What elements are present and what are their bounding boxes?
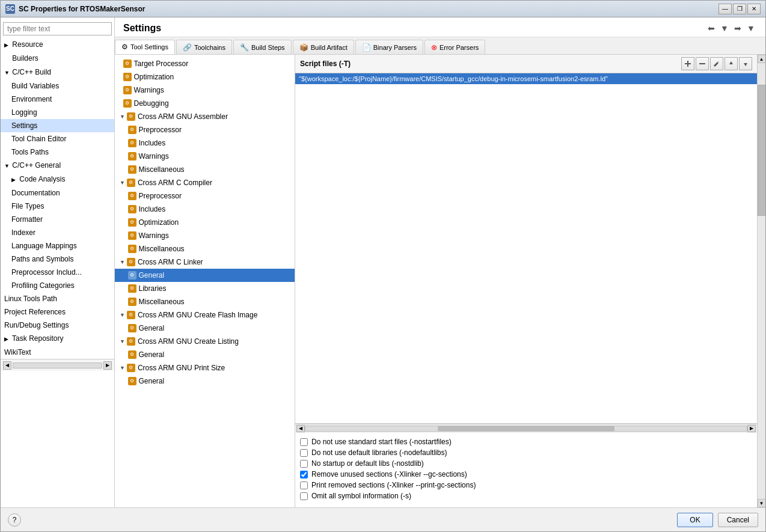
sidebar-item-build-variables[interactable]: Build Variables	[1, 79, 114, 93]
sidebar-item-task-repository[interactable]: ▶ Task Repository	[1, 332, 114, 346]
arrow-icon: ▼	[120, 336, 125, 347]
move-up-button[interactable]	[725, 57, 738, 70]
scroll-left-btn[interactable]: ◀	[3, 361, 11, 370]
sidebar-item-run-debug[interactable]: Run/Debug Settings	[1, 319, 114, 332]
sidebar-item-ccpp-general[interactable]: ▼ C/C++ General	[1, 159, 114, 173]
nav-forward-button[interactable]: ➡	[732, 22, 744, 34]
arrow-icon: ▼	[120, 310, 125, 320]
minimize-button[interactable]: —	[719, 4, 732, 14]
sidebar-item-settings[interactable]: Settings	[1, 119, 114, 132]
tree-compiler-preprocessor[interactable]: ⚙ Preprocessor	[115, 189, 295, 203]
nav-back-dropdown[interactable]: ▼	[719, 22, 731, 34]
tree-listing-general[interactable]: ⚙ General	[115, 348, 295, 361]
close-button[interactable]: ✕	[747, 4, 761, 14]
tree-assembler-preprocessor[interactable]: ⚙ Preprocessor	[115, 123, 295, 136]
tree-assembler-warnings[interactable]: ⚙ Warnings	[115, 150, 295, 163]
hscroll-right-btn[interactable]: ▶	[747, 425, 756, 432]
tree-compiler-optimization[interactable]: ⚙ Optimization	[115, 216, 295, 229]
horizontal-scrollbar[interactable]: ◀ ▶	[295, 424, 757, 432]
tree-compiler-warnings[interactable]: ⚙ Warnings	[115, 229, 295, 242]
vscroll-up-btn[interactable]: ▲	[758, 55, 766, 63]
vscroll-track[interactable]	[758, 63, 766, 499]
tree-gnu-assembler[interactable]: ▼ ⚙ Cross ARM GNU Assembler	[115, 110, 295, 123]
sidebar-item-builders[interactable]: Builders	[1, 52, 114, 66]
tree-linker-misc[interactable]: ⚙ Miscellaneous	[115, 295, 295, 308]
tree-flash-image[interactable]: ▼ ⚙ Cross ARM GNU Create Flash Image	[115, 308, 295, 322]
tab-tool-settings[interactable]: ⚙ Tool Settings	[115, 40, 175, 54]
tree-assembler-includes[interactable]: ⚙ Includes	[115, 136, 295, 150]
arrow-icon	[124, 270, 126, 281]
filter-input[interactable]	[3, 22, 112, 35]
hscroll-thumb[interactable]	[438, 426, 614, 431]
restore-button[interactable]: ❐	[733, 4, 746, 14]
move-down-button[interactable]	[739, 57, 752, 70]
tree-compiler-includes[interactable]: ⚙ Includes	[115, 203, 295, 216]
vscroll-down-btn[interactable]: ▼	[758, 499, 766, 507]
sidebar-item-language-mappings[interactable]: Language Mappings	[1, 239, 114, 252]
tree-size-general[interactable]: ⚙ General	[115, 375, 295, 388]
tab-binary-parsers[interactable]: 📄 Binary Parsers	[355, 40, 423, 54]
tool-icon: ⚙	[128, 139, 136, 147]
tree-linker-libraries[interactable]: ⚙ Libraries	[115, 282, 295, 295]
sidebar-item-logging[interactable]: Logging	[1, 106, 114, 119]
nostdlib-checkbox[interactable]	[300, 460, 308, 468]
tree-debugging[interactable]: ⚙ Debugging	[115, 97, 295, 110]
nav-back-button[interactable]: ⬅	[705, 22, 717, 34]
sidebar-item-tool-chain-editor[interactable]: Tool Chain Editor	[1, 132, 114, 145]
sidebar-item-formatter[interactable]: Formatter	[1, 213, 114, 226]
tab-error-parsers-label: Error Parsers	[440, 44, 479, 51]
tree-compiler-misc[interactable]: ⚙ Miscellaneous	[115, 242, 295, 255]
checkbox-nodefaultlibs: Do not use default libraries (-nodefault…	[300, 448, 752, 457]
tab-build-artifact[interactable]: 📦 Build Artifact	[293, 40, 354, 54]
tree-listing[interactable]: ▼ ⚙ Cross ARM GNU Create Listing	[115, 335, 295, 348]
sidebar-item-ccpp-build[interactable]: ▼ C/C++ Build	[1, 66, 114, 79]
tree-assembler-misc[interactable]: ⚙ Miscellaneous	[115, 163, 295, 176]
script-files-list[interactable]: "${workspace_loc:/${ProjName}/firmware/C…	[295, 73, 757, 424]
gc-sections-checkbox[interactable]	[300, 471, 308, 478]
hscroll-track[interactable]	[305, 426, 747, 432]
tree-target-processor[interactable]: ⚙ Target Processor	[115, 57, 295, 70]
sidebar-item-project-references[interactable]: Project References	[1, 305, 114, 319]
tree-optimization[interactable]: ⚙ Optimization	[115, 70, 295, 84]
nostartfiles-checkbox[interactable]	[300, 438, 308, 446]
vscroll-thumb[interactable]	[758, 85, 766, 216]
sidebar-item-paths-symbols[interactable]: Paths and Symbols	[1, 252, 114, 266]
list-item[interactable]: "${workspace_loc:/${ProjName}/firmware/C…	[295, 73, 757, 84]
sidebar-item-documentation[interactable]: Documentation	[1, 186, 114, 200]
tree-print-size[interactable]: ▼ ⚙ Cross ARM GNU Print Size	[115, 361, 295, 375]
scroll-right-btn[interactable]: ▶	[103, 361, 112, 370]
tree-warnings[interactable]: ⚙ Warnings	[115, 84, 295, 97]
tree-c-compiler[interactable]: ▼ ⚙ Cross ARM C Compiler	[115, 176, 295, 189]
tab-error-parsers[interactable]: ⊗ Error Parsers	[424, 40, 485, 54]
help-button[interactable]: ?	[8, 513, 21, 527]
tab-build-steps[interactable]: 🔧 Build Steps	[233, 40, 292, 54]
edit-button[interactable]	[710, 57, 723, 70]
print-gc-sections-checkbox[interactable]	[300, 482, 308, 489]
delete-button[interactable]	[696, 57, 709, 70]
ok-button[interactable]: OK	[677, 513, 712, 527]
nav-forward-dropdown[interactable]: ▼	[745, 22, 757, 34]
cancel-button[interactable]: Cancel	[718, 513, 758, 527]
nodefaultlibs-checkbox[interactable]	[300, 449, 308, 457]
sidebar-item-tools-paths[interactable]: Tools Paths	[1, 145, 114, 159]
sidebar-item-wikitext[interactable]: WikiText	[1, 346, 114, 359]
pane-toolbar	[681, 57, 752, 70]
tree-flash-general[interactable]: ⚙ General	[115, 322, 295, 335]
add-button[interactable]	[681, 57, 694, 70]
sidebar-item-linux-tools[interactable]: Linux Tools Path	[1, 292, 114, 305]
omit-symbols-checkbox[interactable]	[300, 492, 308, 500]
sidebar-item-code-analysis[interactable]: ▶ Code Analysis	[1, 173, 114, 186]
sidebar-item-resource[interactable]: ▶ Resource	[1, 38, 114, 52]
tree-c-linker[interactable]: ▼ ⚙ Cross ARM C Linker	[115, 255, 295, 269]
vertical-scrollbar[interactable]: ▲ ▼	[757, 55, 765, 507]
tab-tool-settings-label: Tool Settings	[130, 43, 168, 50]
sidebar-item-preprocessor-includes[interactable]: Preprocessor Includ...	[1, 266, 114, 279]
tree-linker-general[interactable]: ⚙ General	[115, 269, 295, 282]
sidebar-item-file-types[interactable]: File Types	[1, 200, 114, 213]
app-icon: SC	[5, 4, 15, 14]
sidebar-item-profiling[interactable]: Profiling Categories	[1, 279, 114, 292]
sidebar-item-indexer[interactable]: Indexer	[1, 226, 114, 239]
tab-toolchains[interactable]: 🔗 Toolchains	[176, 40, 232, 54]
hscroll-left-btn[interactable]: ◀	[296, 425, 305, 432]
sidebar-item-environment[interactable]: Environment	[1, 93, 114, 106]
